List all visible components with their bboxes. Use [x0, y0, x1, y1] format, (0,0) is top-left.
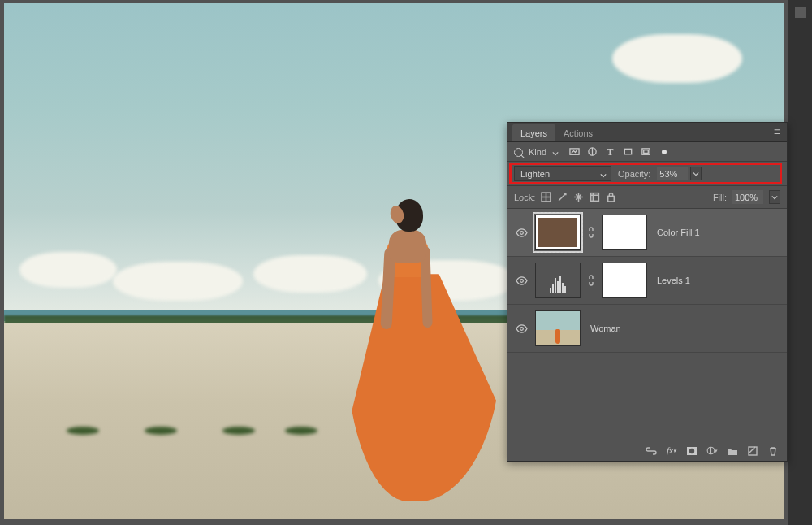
svg-point-8	[520, 231, 523, 234]
visibility-toggle[interactable]	[514, 228, 529, 237]
layer-mask-thumbnail[interactable]	[602, 215, 647, 250]
new-layer-icon[interactable]	[747, 445, 758, 457]
new-group-icon[interactable]	[727, 445, 738, 457]
svg-point-12	[689, 448, 694, 453]
lock-transparency-icon[interactable]	[541, 192, 551, 202]
photoshop-window: Layers Actions ≡ Kind T Lighten Opacity:	[0, 0, 812, 525]
panel-footer: fx▾ ▾	[508, 440, 787, 461]
photo-subject	[363, 199, 460, 508]
dock-icon[interactable]	[795, 7, 806, 18]
lock-row: Lock: Fill:	[508, 186, 787, 209]
svg-rect-14	[749, 447, 757, 455]
tab-actions[interactable]: Actions	[555, 124, 601, 141]
visibility-toggle[interactable]	[514, 324, 529, 333]
layer-name[interactable]: Color Fill 1	[657, 228, 700, 237]
visibility-toggle[interactable]	[514, 276, 529, 285]
delete-layer-icon[interactable]	[767, 445, 779, 457]
layer-fx-icon[interactable]: fx▾	[666, 445, 677, 457]
add-mask-icon[interactable]	[686, 445, 698, 457]
svg-rect-2	[624, 150, 631, 154]
lock-pixels-icon[interactable]	[557, 192, 568, 202]
fill-label: Fill:	[713, 193, 727, 202]
layer-woman[interactable]: Woman	[508, 305, 787, 353]
svg-point-10	[520, 327, 523, 330]
layer-thumbnail[interactable]	[535, 262, 581, 298]
layer-name[interactable]: Woman	[590, 323, 621, 333]
lock-position-icon[interactable]	[573, 192, 584, 202]
opacity-dropdown[interactable]	[690, 167, 702, 180]
svg-rect-7	[608, 196, 615, 202]
layer-mask-thumbnail[interactable]	[602, 262, 647, 298]
panel-menu-icon[interactable]: ≡	[767, 122, 787, 141]
svg-point-9	[520, 279, 523, 282]
svg-rect-4	[644, 150, 649, 154]
layers-panel: Layers Actions ≡ Kind T Lighten Opacity:	[507, 122, 788, 462]
blend-opacity-row: Lighten Opacity:	[508, 162, 787, 186]
layer-name[interactable]: Levels 1	[657, 276, 690, 285]
blend-mode-value: Lighten	[520, 169, 550, 179]
layer-list[interactable]: Color Fill 1 Levels 1 Woman	[508, 209, 787, 440]
filter-toggle[interactable]	[662, 150, 667, 154]
lock-artboard-icon[interactable]	[590, 192, 600, 202]
filter-kind-label[interactable]: Kind	[529, 147, 546, 157]
fill-dropdown[interactable]	[769, 190, 780, 204]
blend-mode-select[interactable]: Lighten	[514, 166, 611, 181]
panel-tabs: Layers Actions ≡	[508, 123, 787, 142]
filter-shape-icon[interactable]	[623, 147, 633, 157]
filter-smart-icon[interactable]	[641, 147, 651, 157]
opacity-label: Opacity:	[618, 169, 650, 179]
adjustment-layer-icon[interactable]: ▾	[706, 445, 718, 457]
layer-levels-1[interactable]: Levels 1	[508, 257, 787, 305]
tab-layers[interactable]: Layers	[512, 124, 555, 141]
lock-all-icon[interactable]	[606, 192, 616, 202]
right-dock[interactable]	[788, 0, 812, 525]
layer-thumbnail[interactable]	[535, 310, 581, 346]
link-layers-icon[interactable]	[646, 445, 657, 457]
fill-input[interactable]	[732, 190, 763, 204]
layer-thumbnail[interactable]	[535, 215, 581, 250]
opacity-input[interactable]	[657, 167, 688, 180]
layer-filter-row: Kind T	[508, 142, 787, 162]
mask-link-icon[interactable]	[587, 227, 595, 238]
mask-link-icon[interactable]	[587, 275, 595, 286]
lock-label: Lock:	[514, 193, 535, 202]
svg-rect-6	[591, 193, 599, 202]
chevron-down-icon	[600, 171, 607, 177]
filter-adjust-icon[interactable]	[587, 147, 598, 157]
search-icon	[514, 148, 523, 157]
filter-pixel-icon[interactable]	[569, 147, 580, 157]
filter-type-icon[interactable]: T	[605, 147, 615, 157]
layer-color-fill-1[interactable]: Color Fill 1	[508, 209, 787, 257]
chevron-down-icon[interactable]	[552, 149, 559, 155]
